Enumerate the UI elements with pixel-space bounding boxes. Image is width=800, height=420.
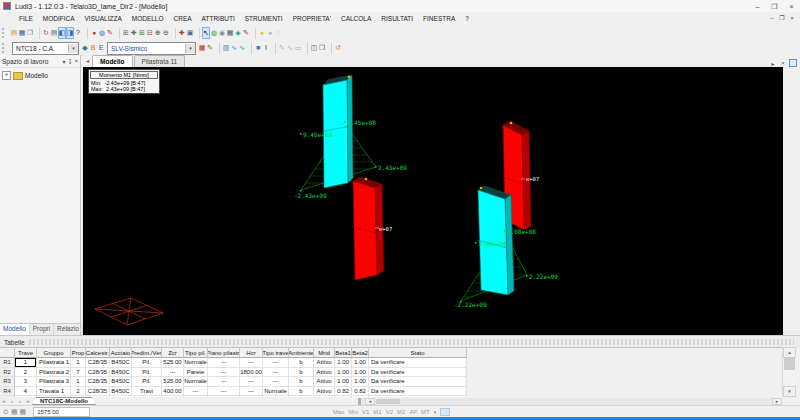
column-header[interactable]: Calcestr. <box>86 348 110 358</box>
table-cell-zcr[interactable]: 525.00 <box>162 377 184 387</box>
grid-small-icon[interactable]: ▦ <box>11 408 18 416</box>
tab-scroll-left-icon[interactable]: ◂ <box>83 56 92 67</box>
table-cell-beta1[interactable]: 0.82 <box>335 387 352 397</box>
annotate-pen-icon[interactable]: ✎ <box>242 27 250 39</box>
menu-item[interactable]: STRUMENTI <box>240 15 288 22</box>
table-cell-piano-pilastri[interactable]: --- <box>208 358 240 368</box>
table-cell-mrid[interactable]: Attivo <box>314 387 335 397</box>
tree-expand-icon[interactable]: + <box>2 71 11 80</box>
table-cell-hcr[interactable]: --- <box>240 358 263 368</box>
table-cell-stato[interactable]: Da verificare <box>369 387 467 397</box>
table-cell-zcr[interactable]: --- <box>162 368 184 378</box>
table-cell-trave[interactable]: 2 <box>15 368 37 378</box>
mode-shape1-icon[interactable]: ∿ <box>230 42 238 54</box>
model-tree-item[interactable]: + Modello <box>0 68 80 83</box>
row-header-cell[interactable]: R2 <box>0 368 15 378</box>
table-cell-tipo-pil[interactable]: Normale <box>184 358 208 368</box>
window-cascade-icon[interactable]: ◨ <box>66 27 74 39</box>
table-cell-tipo-trave[interactable]: Normale <box>263 387 289 397</box>
view-corner-button[interactable] <box>789 59 797 67</box>
tab-close-icon[interactable]: × <box>779 60 787 66</box>
table-cell-prop[interactable]: 7 <box>71 368 86 378</box>
scrollbar-splitter[interactable] <box>358 398 365 405</box>
elements-table[interactable]: TraveGruppoPropCalcestr.AcciaioPredim./V… <box>0 347 782 398</box>
table-cell-zcr[interactable]: 525.00 <box>162 358 184 368</box>
table-cell-trave[interactable]: 4 <box>15 387 37 397</box>
window-split-icon[interactable]: ◧ <box>58 27 66 39</box>
column-header[interactable]: Trave <box>15 348 37 358</box>
table-cell-ambiente[interactable]: b <box>289 368 314 378</box>
scroll-down-icon[interactable]: ▼ <box>783 386 796 397</box>
table-cell-mrid[interactable]: Attivo <box>314 377 335 387</box>
edit-pencil-icon[interactable]: ✎ <box>106 27 114 39</box>
table-cell-trave[interactable]: 1 <box>15 358 37 368</box>
color-scale-icon[interactable]: ▥ <box>222 42 230 54</box>
close-button[interactable]: × <box>783 1 800 12</box>
menu-item[interactable]: VISUALIZZA <box>80 15 127 22</box>
scroll-left-icon[interactable]: ◂ <box>365 398 375 405</box>
result-component-button[interactable]: M2 <box>397 409 405 415</box>
column-header[interactable]: Stato <box>369 348 467 358</box>
menu-item[interactable]: PROPRIETA' <box>288 15 336 22</box>
table-cell-hcr[interactable]: --- <box>240 387 263 397</box>
report-book-icon[interactable]: E <box>97 42 105 54</box>
table-cell-piano-pilastri[interactable]: --- <box>208 377 240 387</box>
chevron-down-icon[interactable]: ▾ <box>185 44 195 53</box>
light-dim-icon[interactable]: ○ <box>274 27 282 39</box>
menu-item[interactable]: CREA <box>169 15 197 22</box>
tab-scroll-right-icon[interactable]: ▸ <box>769 60 777 67</box>
column-header[interactable] <box>0 348 15 358</box>
draw-disabled-icon[interactable]: ✎ <box>278 42 286 54</box>
sheet-nav-icon[interactable]: ‹ <box>8 397 16 405</box>
table-cell-piano-pilastri[interactable]: --- <box>208 368 240 378</box>
mesh-view-icon[interactable]: ◈ <box>234 27 242 39</box>
column-header[interactable]: Predim./Ver. <box>132 348 162 358</box>
workspace-tab-modello[interactable]: Modello <box>0 324 30 335</box>
mode-shape2-icon[interactable]: ∿ <box>238 42 246 54</box>
result-component-button[interactable]: Max <box>333 409 344 415</box>
layout-one-icon[interactable]: ◫ <box>310 42 318 54</box>
column-header[interactable]: Beta2 <box>352 348 369 358</box>
render-green-icon[interactable]: ◍ <box>210 27 218 39</box>
remove-node-icon[interactable]: ⊟ <box>146 27 154 39</box>
sheet-nav-icon[interactable]: › <box>16 397 24 405</box>
table-cell-predim[interactable]: Pil. <box>132 358 162 368</box>
toolbar-drag-handle2[interactable] <box>2 43 7 53</box>
table-cell-predim[interactable]: Pil. <box>132 377 162 387</box>
result-component-button[interactable]: V2 <box>386 409 393 415</box>
menu-item[interactable]: ATTRIBUTI <box>197 15 240 22</box>
result-component-button[interactable]: MT <box>421 409 430 415</box>
table-cell-ambiente[interactable]: b <box>289 377 314 387</box>
table-vertical-scrollbar[interactable]: ▲ ▼ <box>782 347 796 397</box>
table-cell-beta2[interactable]: 1.00 <box>352 368 369 378</box>
table-cell-trave[interactable]: 3 <box>15 377 37 387</box>
table-cell-gruppo[interactable]: Travata 1 <box>37 387 71 397</box>
table-cell-mrid[interactable]: Attivo <box>314 358 335 368</box>
table-cell-hcr[interactable]: --- <box>240 377 263 387</box>
result-component-button[interactable]: AF <box>409 409 417 415</box>
check-pencil-icon[interactable]: ✎ <box>206 42 214 54</box>
maximize-button[interactable]: ❐ <box>766 1 783 12</box>
column-header[interactable]: Zcr <box>162 348 184 358</box>
table-cell-prop[interactable]: 2 <box>71 387 86 397</box>
table-cell-tipo-pil[interactable]: Normale <box>184 377 208 387</box>
row-header-cell[interactable]: R3 <box>0 377 15 387</box>
tab-modello[interactable]: Modello <box>92 55 133 67</box>
menu-item[interactable]: FINESTRA <box>418 15 460 22</box>
globe-blue-icon[interactable]: ◍ <box>98 27 106 39</box>
table-cell-predim[interactable]: Travi <box>132 387 162 397</box>
curve-disabled-icon[interactable]: ∿ <box>286 42 294 54</box>
screen-view-icon[interactable]: ▣ <box>186 27 194 39</box>
copy-icon[interactable]: ❐ <box>26 27 34 39</box>
column-header[interactable]: Tipo trave <box>263 348 289 358</box>
column-header[interactable]: Ambiente <box>289 348 314 358</box>
table-row[interactable]: R4 4 Travata 1 2 C28/35 B450C Travi 400.… <box>0 387 465 397</box>
column-header[interactable]: Hcr <box>240 348 263 358</box>
result-dropdown-icon[interactable]: ▾ <box>434 409 437 415</box>
zoom-sheet-icon[interactable]: ⊙ <box>3 408 9 416</box>
menu-item[interactable]: FILE <box>14 15 38 22</box>
table-cell-hcr[interactable]: 1800.00 <box>240 368 263 378</box>
table-cell-predim[interactable]: Pil. <box>132 368 162 378</box>
zoom-out-icon[interactable]: ⊖ <box>162 27 170 39</box>
table-cell-beta2[interactable]: 0.82 <box>352 387 369 397</box>
